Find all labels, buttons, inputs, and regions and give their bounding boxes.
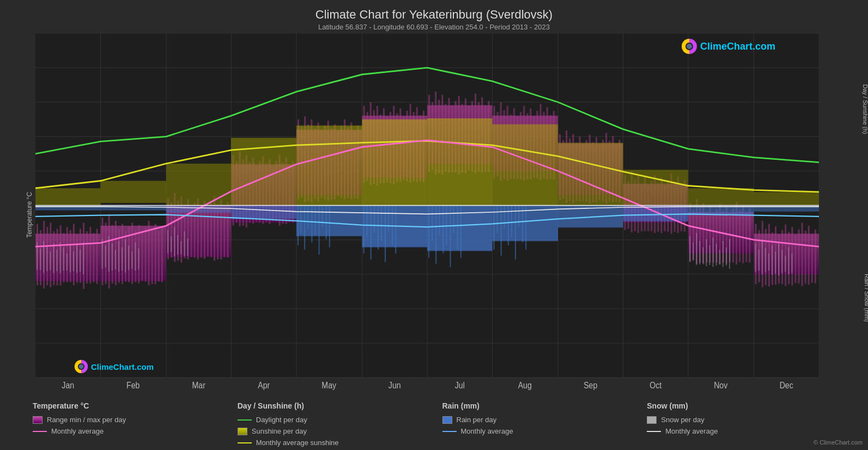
sunshine-avg-line [238, 442, 252, 443]
svg-text:Oct: Oct [650, 381, 662, 391]
svg-rect-372 [719, 250, 720, 265]
svg-rect-347 [112, 243, 113, 271]
legend-col-rain: Rain (mm) Rain per day Monthly average [442, 401, 647, 447]
svg-rect-343 [83, 242, 84, 274]
svg-rect-377 [758, 250, 760, 271]
svg-rect-342 [80, 250, 81, 272]
svg-rect-255 [785, 225, 786, 286]
svg-rect-363 [689, 236, 690, 262]
y-right-label-bot: Rain / Snow (mm) [864, 274, 868, 322]
svg-rect-265 [35, 188, 100, 206]
legend-title-temperature: Temperature °C [33, 401, 238, 410]
svg-rect-316 [453, 206, 454, 233]
svg-rect-61 [151, 229, 153, 284]
svg-rect-275 [688, 188, 754, 206]
svg-rect-322 [504, 206, 505, 229]
svg-rect-266 [100, 181, 166, 203]
svg-rect-290 [300, 206, 301, 233]
svg-rect-341 [76, 243, 77, 273]
svg-text:Jun: Jun [389, 381, 401, 391]
svg-rect-41 [86, 231, 88, 284]
svg-rect-292 [307, 206, 308, 229]
svg-rect-273 [558, 143, 623, 206]
svg-rect-376 [755, 243, 756, 272]
svg-rect-305 [385, 206, 386, 262]
y-axis-right: Day / Sunshine (h) Rain / Snow (mm) [819, 33, 863, 396]
chart-title: Climate Chart for Yekaterinburg (Sverdlo… [0, 0, 868, 23]
svg-rect-352 [128, 245, 129, 270]
svg-rect-264 [815, 230, 816, 284]
svg-rect-324 [511, 206, 512, 238]
svg-rect-59 [145, 227, 147, 281]
svg-point-420 [79, 364, 84, 369]
svg-rect-63 [158, 231, 160, 281]
temp-avg-line [33, 431, 47, 432]
svg-rect-385 [785, 256, 786, 272]
snow-avg-label: Monthly average [665, 427, 718, 435]
svg-rect-294 [314, 206, 315, 235]
legend-title-rain: Rain (mm) [442, 401, 647, 410]
svg-rect-355 [138, 248, 139, 269]
svg-rect-260 [802, 223, 803, 286]
legend-item-snow-bar: Snow per day [647, 416, 852, 424]
svg-rect-325 [515, 206, 516, 260]
svg-rect-358 [174, 227, 175, 256]
svg-rect-374 [726, 247, 727, 266]
svg-rect-304 [381, 206, 382, 241]
svg-rect-366 [699, 241, 700, 265]
svg-text:Nov: Nov [714, 381, 728, 391]
svg-rect-259 [798, 230, 800, 284]
svg-rect-350 [122, 247, 123, 271]
svg-rect-337 [63, 247, 64, 271]
svg-rect-244 [749, 208, 750, 262]
svg-rect-356 [167, 230, 168, 254]
rain-swatch [442, 416, 452, 424]
svg-text:Feb: Feb [126, 381, 139, 391]
svg-rect-384 [781, 250, 782, 273]
svg-text:Apr: Apr [258, 381, 270, 391]
svg-rect-332 [46, 245, 47, 271]
svg-text:Dec: Dec [780, 381, 794, 391]
svg-rect-262 [808, 226, 810, 285]
svg-rect-334 [53, 243, 54, 273]
y-right-label-top: Day / Sunshine (h) [861, 84, 868, 134]
svg-rect-310 [432, 206, 433, 241]
svg-rect-263 [811, 233, 813, 283]
y-left-label: Temperature °C [26, 191, 33, 237]
svg-rect-382 [775, 251, 776, 274]
svg-rect-362 [187, 238, 188, 256]
temp-avg-label: Monthly average [51, 427, 104, 435]
svg-rect-381 [772, 245, 773, 275]
y-axis-left: Temperature °C [5, 33, 35, 396]
svg-rect-278 [100, 206, 166, 211]
svg-rect-296 [322, 206, 323, 227]
legend-item-rain-avg: Monthly average [442, 427, 647, 435]
svg-rect-330 [40, 248, 41, 269]
svg-rect-315 [450, 206, 451, 267]
svg-rect-301 [371, 206, 372, 260]
svg-text:Jul: Jul [455, 381, 465, 391]
svg-rect-359 [177, 235, 178, 255]
svg-rect-367 [702, 247, 703, 263]
svg-rect-344 [102, 239, 103, 269]
svg-rect-353 [131, 251, 132, 269]
snow-swatch [647, 416, 657, 424]
legend-item-temp-range: Range min / max per day [33, 416, 238, 424]
svg-rect-276 [754, 192, 819, 206]
watermark: © ClimeChart.com [814, 439, 863, 446]
legend-item-snow-avg: Monthly average [647, 427, 852, 435]
svg-rect-308 [395, 206, 396, 254]
svg-rect-365 [696, 233, 697, 265]
legend-item-sunshine-avg: Monthly average sunshine [238, 439, 442, 447]
svg-rect-369 [709, 245, 710, 265]
svg-rect-286 [623, 206, 688, 221]
svg-rect-321 [501, 206, 502, 256]
legend-title-snow: Snow (mm) [647, 401, 852, 410]
svg-rect-274 [623, 170, 688, 205]
svg-rect-386 [788, 247, 789, 274]
svg-rect-306 [388, 206, 389, 231]
svg-point-423 [687, 44, 692, 49]
svg-rect-348 [115, 250, 116, 269]
svg-rect-303 [378, 206, 379, 250]
chart-container: Climate Chart for Yekaterinburg (Sverdlo… [0, 0, 868, 450]
